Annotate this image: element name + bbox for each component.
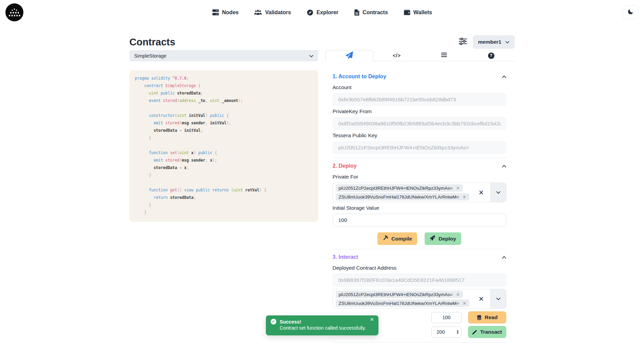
chevron-down-icon xyxy=(505,39,509,45)
chevron-down-icon[interactable] xyxy=(490,289,506,308)
code-line: storedData = initVal; xyxy=(135,127,313,134)
deploy-panel: </> ? 1. Account to Deploy xyxy=(326,50,515,350)
function-value-input[interactable]: 200▲▼ xyxy=(431,327,462,338)
clear-all-icon[interactable]: ✕ xyxy=(472,289,490,308)
code-line: } xyxy=(135,201,313,209)
nav-link-label: Explorer xyxy=(316,9,338,16)
deploy-buttons: Compile Deploy xyxy=(333,232,506,245)
code-line: return storedData; xyxy=(135,194,313,201)
divider xyxy=(333,249,506,249)
tessera-key-label: Tessera Public Key xyxy=(333,132,506,139)
privatekey-label: PrivateKey From xyxy=(333,108,506,115)
transact-button[interactable]: Transact xyxy=(468,326,506,338)
toast-message: Contract set function called successfull… xyxy=(280,325,374,331)
code-line: event stored(address _to, uint _amount); xyxy=(135,97,313,104)
tab-deploy[interactable] xyxy=(326,50,373,61)
nav-link-explorer[interactable]: Explorer xyxy=(307,9,338,16)
code-line: function set(uint x) public { xyxy=(135,149,313,157)
interact-private-for-multiselect[interactable]: piU2051ZcP2ecpt3REthHJFW4+tENOsZikRpz33y… xyxy=(333,289,506,309)
private-for-label: Private For xyxy=(333,174,506,180)
account-label: Account xyxy=(333,84,506,90)
code-line: contract SimpleStorage { xyxy=(135,82,313,89)
tab-code[interactable]: </> xyxy=(373,50,421,61)
code-line: storedData = x; xyxy=(135,164,313,171)
contract-address-label: Deployed Contract Address xyxy=(333,265,506,271)
deploy-button[interactable]: Deploy xyxy=(425,232,461,245)
remove-tag-icon[interactable]: ✕ xyxy=(463,194,466,200)
account-input[interactable] xyxy=(333,93,506,106)
tag-label: ZSU8mUuok39VuSnsFmHal178JdUNekw/XmYLArRn… xyxy=(339,301,460,306)
initial-storage-input[interactable] xyxy=(333,214,506,226)
member-selector[interactable]: member1 xyxy=(473,35,515,49)
list-icon xyxy=(441,53,447,59)
chevron-down-icon xyxy=(309,53,313,59)
nav-link-contracts[interactable]: Contracts xyxy=(354,9,388,16)
dark-mode-toggle[interactable] xyxy=(623,5,638,19)
nav-link-nodes[interactable]: Nodes xyxy=(212,9,239,16)
section-account-header[interactable]: 1. Account to Deploy xyxy=(333,74,506,80)
content-row: SimpleStorage pragma solidity ^0.7.6; co… xyxy=(130,50,515,350)
server-icon xyxy=(212,9,219,16)
function-value-input[interactable]: 100 xyxy=(431,312,462,323)
nav-link-label: Wallets xyxy=(413,9,432,16)
code-line: } xyxy=(135,171,313,179)
code-icon: </> xyxy=(393,53,401,58)
code-block: pragma solidity ^0.7.6; contract SimpleS… xyxy=(130,70,318,222)
private-for-tag: piU2051ZcP2ecpt3REthHJFW4+tENOsZikRpz33y… xyxy=(336,184,463,192)
contract-address-input[interactable] xyxy=(333,274,506,286)
number-spinner[interactable]: ▲▼ xyxy=(456,327,459,337)
tag-label: ZSU8mUuok39VuSnsFmHal178JdUNekw/XmYLArRn… xyxy=(339,194,460,200)
remove-tag-icon[interactable]: ✕ xyxy=(456,292,460,297)
private-for-multiselect[interactable]: piU2051ZcP2ecpt3REthHJFW4+tENOsZikRpz33y… xyxy=(333,183,506,202)
remove-tag-icon[interactable]: ✕ xyxy=(456,186,460,191)
compile-button[interactable]: Compile xyxy=(377,232,417,245)
pencil-icon xyxy=(472,330,477,335)
file-contract-icon xyxy=(354,9,359,16)
contract-select[interactable]: SimpleStorage xyxy=(130,50,318,61)
question-icon: ? xyxy=(488,53,494,59)
nav-link-label: Nodes xyxy=(222,9,239,16)
selected-tags: piU2051ZcP2ecpt3REthHJFW4+tENOsZikRpz33y… xyxy=(333,289,472,308)
check-circle-icon: ✓ xyxy=(271,319,276,325)
chevron-down-icon[interactable] xyxy=(490,183,506,202)
selected-tags: piU2051ZcP2ecpt3REthHJFW4+tENOsZikRpz33y… xyxy=(333,183,472,202)
code-line: } xyxy=(135,134,313,142)
privatekey-input[interactable] xyxy=(333,117,506,130)
function-value: 200 xyxy=(437,329,445,335)
contract-column: SimpleStorage pragma solidity ^0.7.6; co… xyxy=(130,50,318,222)
section-interact-title: 3. Interact xyxy=(333,254,358,260)
toast-title: Success! xyxy=(280,319,301,325)
success-toast: ✓ Success! Contract set function called … xyxy=(266,315,378,335)
section-interact-header[interactable]: 3. Interact xyxy=(333,254,506,260)
tag-label: piU2051ZcP2ecpt3REthHJFW4+tENOsZikRpz33y… xyxy=(339,292,453,297)
users-icon xyxy=(254,9,262,16)
compile-button-label: Compile xyxy=(391,236,412,242)
app-logo-icon[interactable] xyxy=(5,3,23,21)
section-deploy-header[interactable]: 2. Deploy xyxy=(333,163,506,169)
tessera-key-input[interactable] xyxy=(333,141,506,154)
code-line: function get() view public returns (uint… xyxy=(135,186,313,194)
navbar: NodesValidatorsExplorerContractsWallets xyxy=(0,0,644,25)
tab-list[interactable] xyxy=(421,50,468,61)
code-line xyxy=(135,104,313,112)
private-for-tag: ZSU8mUuok39VuSnsFmHal178JdUNekw/XmYLArRn… xyxy=(336,193,469,201)
nav-link-validators[interactable]: Validators xyxy=(254,9,291,16)
code-line: emit stored(msg.sender, initVal); xyxy=(135,119,313,127)
remove-tag-icon[interactable]: ✕ xyxy=(463,301,466,306)
tab-help[interactable]: ? xyxy=(468,50,515,61)
member-selector-label: member1 xyxy=(478,39,502,45)
read-button[interactable]: Read xyxy=(468,311,506,324)
section-account-title: 1. Account to Deploy xyxy=(333,74,387,80)
initial-storage-label: Initial Storage Value xyxy=(333,205,506,211)
code-line: constructor(uint initVal) public { xyxy=(135,112,313,119)
database-icon xyxy=(476,315,482,320)
wallet-icon xyxy=(404,9,410,15)
close-icon[interactable]: ✕ xyxy=(370,317,374,322)
code-line: emit stored(msg.sender, x); xyxy=(135,157,313,164)
chevron-up-icon xyxy=(502,75,506,78)
deploy-tab-content: 1. Account to Deploy Account PrivateKey … xyxy=(326,61,515,350)
clear-all-icon[interactable]: ✕ xyxy=(472,183,490,202)
nav-link-wallets[interactable]: Wallets xyxy=(404,9,432,16)
sliders-icon[interactable] xyxy=(458,37,467,47)
toast-header: ✓ Success! xyxy=(271,319,374,325)
